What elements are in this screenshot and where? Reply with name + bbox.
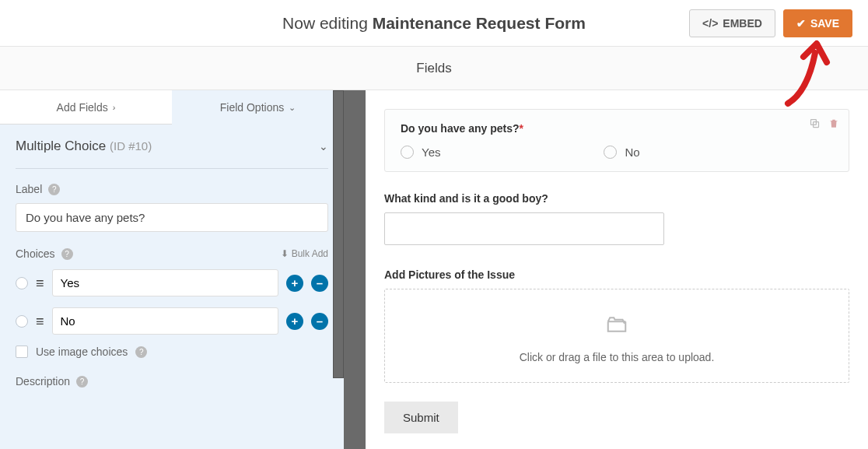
choices-text: Choices	[16, 247, 55, 260]
radio-default-icon[interactable]	[16, 315, 28, 328]
check-icon: ✔	[796, 17, 806, 30]
choices-header: Choices ? ⬇ Bulk Add	[16, 247, 328, 260]
sidebar: Add Fields › Field Options ⌄ Multiple Ch…	[0, 90, 344, 449]
description-heading: Description ?	[16, 375, 328, 388]
embed-label: EMBED	[723, 17, 762, 30]
radio-icon	[604, 146, 617, 159]
required-asterisk: *	[519, 122, 523, 135]
main-layout: Add Fields › Field Options ⌄ Multiple Ch…	[0, 90, 868, 449]
choice-row: ≡ + –	[16, 307, 328, 335]
field-actions	[809, 118, 839, 132]
trash-icon[interactable]	[828, 118, 839, 132]
radio-icon	[401, 146, 414, 159]
sidebar-body: Multiple Choice (ID #10) ⌄ Label ? Choic…	[0, 125, 344, 449]
field-preview-selected[interactable]: Do you have any pets?* Yes No	[384, 109, 849, 172]
radio-options: Yes No	[401, 146, 833, 159]
sidebar-tabs: Add Fields › Field Options ⌄	[0, 90, 344, 125]
field-label: What kind and is it a good boy?	[384, 192, 849, 205]
label-heading: Label ?	[16, 183, 328, 195]
field-type-title: Multiple Choice (ID #10)	[16, 139, 152, 154]
editing-prefix: Now editing	[282, 14, 373, 32]
radio-default-icon[interactable]	[16, 277, 28, 289]
field-type-header[interactable]: Multiple Choice (ID #10) ⌄	[16, 139, 328, 169]
field-type-text: Multiple Choice	[16, 139, 106, 153]
help-icon[interactable]: ?	[76, 376, 88, 388]
choice-row: ≡ + –	[16, 269, 328, 296]
field-id: (ID #10)	[110, 139, 152, 153]
description-text: Description	[16, 375, 70, 388]
form-name: Maintenance Request Form	[373, 14, 586, 32]
drag-handle-icon[interactable]: ≡	[36, 276, 44, 290]
help-icon[interactable]: ?	[48, 184, 60, 195]
radio-label: No	[625, 146, 639, 159]
help-icon[interactable]: ?	[135, 346, 147, 358]
remove-choice-button[interactable]: –	[311, 313, 328, 330]
tab-add-fields[interactable]: Add Fields ›	[0, 90, 172, 125]
label-input[interactable]	[16, 203, 328, 232]
tab-add-label: Add Fields	[57, 101, 108, 114]
chevron-down-icon[interactable]: ⌄	[319, 140, 328, 153]
drag-handle-icon[interactable]: ≡	[36, 314, 44, 328]
help-icon[interactable]: ?	[61, 248, 73, 260]
image-choices-label: Use image choices	[36, 346, 128, 358]
upload-text: Click or drag a file to this area to upl…	[401, 351, 833, 363]
bulk-add-button[interactable]: ⬇ Bulk Add	[281, 248, 328, 259]
divider	[344, 90, 366, 449]
chevron-right-icon: ›	[113, 103, 116, 112]
choices-heading: Choices ?	[16, 247, 73, 260]
top-bar: Now editing Maintenance Request Form </>…	[0, 0, 868, 47]
form-preview: Do you have any pets?* Yes No What kind …	[366, 90, 868, 449]
choice-input[interactable]	[52, 269, 278, 296]
radio-label: Yes	[422, 146, 440, 159]
top-actions: </> EMBED ✔ SAVE	[689, 9, 852, 37]
upload-icon	[401, 313, 833, 342]
file-upload-zone[interactable]: Click or drag a file to this area to upl…	[384, 289, 849, 383]
add-choice-button[interactable]: +	[286, 313, 303, 330]
choice-input[interactable]	[52, 307, 278, 335]
tab-field-options[interactable]: Field Options ⌄	[172, 90, 344, 125]
download-icon: ⬇	[281, 248, 289, 259]
save-button[interactable]: ✔ SAVE	[783, 9, 852, 37]
radio-option[interactable]: Yes	[401, 146, 440, 159]
remove-choice-button[interactable]: –	[311, 275, 328, 292]
radio-option[interactable]: No	[604, 146, 639, 159]
add-choice-button[interactable]: +	[286, 275, 303, 292]
checkbox-icon[interactable]	[16, 346, 28, 358]
scrollbar[interactable]	[333, 90, 344, 378]
submit-button[interactable]: Submit	[384, 402, 458, 433]
field-label: Do you have any pets?*	[401, 122, 833, 135]
duplicate-icon[interactable]	[809, 118, 821, 132]
image-choices-row[interactable]: Use image choices ?	[16, 346, 328, 358]
fields-subheader: Fields	[0, 47, 868, 90]
code-icon: </>	[702, 17, 718, 30]
bulk-add-label: Bulk Add	[292, 248, 328, 259]
text-input[interactable]	[384, 212, 664, 245]
chevron-down-icon: ⌄	[289, 103, 296, 113]
q1-label-text: Do you have any pets?	[401, 122, 519, 135]
label-text: Label	[16, 183, 42, 195]
save-label: SAVE	[810, 17, 839, 30]
tab-options-label: Field Options	[220, 101, 284, 114]
embed-button[interactable]: </> EMBED	[689, 9, 775, 37]
field-label: Add Pictures of the Issue	[384, 268, 849, 281]
